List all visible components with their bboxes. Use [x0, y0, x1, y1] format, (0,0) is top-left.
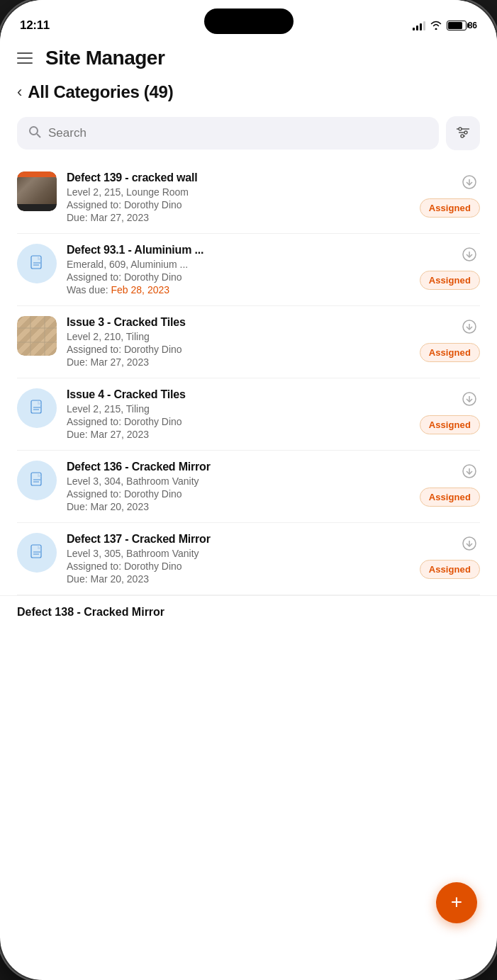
item-content-3: Issue 3 - Cracked Tiles Level 2, 210, Ti… [67, 316, 410, 368]
back-nav-title: All Categories (49) [28, 82, 173, 102]
status-badge: Assigned [420, 343, 480, 362]
item-thumbnail-4 [17, 388, 57, 428]
signal-bars-icon [413, 21, 425, 30]
list-item[interactable]: Issue 4 - Cracked Tiles Level 2, 215, Ti… [17, 378, 480, 451]
item-due: Due: Mar 20, 2023 [67, 573, 410, 585]
item-title: Issue 4 - Cracked Tiles [67, 388, 410, 401]
item-thumbnail-3 [17, 316, 57, 356]
item-assigned: Assigned to: Dorothy Dino [67, 561, 410, 572]
item-thumbnail-6 [17, 533, 57, 573]
download-button[interactable] [459, 461, 480, 482]
item-assigned: Assigned to: Dorothy Dino [67, 199, 410, 210]
item-content-6: Defect 137 - Cracked Mirror Level 3, 305… [67, 533, 410, 585]
download-button[interactable] [459, 388, 480, 410]
status-badge: Assigned [420, 488, 480, 507]
add-icon: + [451, 892, 462, 912]
item-due: Due: Mar 27, 2023 [67, 429, 410, 440]
item-actions-4: Assigned [420, 388, 480, 434]
partial-item-title: Defect 138 - Cracked Mirror [17, 606, 480, 619]
list-item[interactable]: Defect 93.1 - Aluminium ... Emerald, 609… [17, 234, 480, 306]
battery-level: 86 [468, 21, 477, 30]
status-badge: Assigned [420, 415, 480, 434]
item-thumbnail-2 [17, 244, 57, 283]
item-assigned: Assigned to: Dorothy Dino [67, 344, 410, 355]
svg-point-0 [30, 127, 38, 135]
item-assigned: Assigned to: Dorothy Dino [67, 416, 410, 427]
add-button[interactable]: + [436, 882, 477, 923]
item-title: Defect 139 - cracked wall [67, 171, 410, 184]
item-due: Due: Mar 27, 2023 [67, 356, 410, 368]
item-actions-3: Assigned [420, 316, 480, 362]
item-title: Defect 93.1 - Aluminium ... [67, 244, 410, 257]
list-item[interactable]: Defect 137 - Cracked Mirror Level 3, 305… [17, 523, 480, 595]
item-thumbnail-5 [17, 461, 57, 500]
back-navigation[interactable]: ‹ All Categories (49) [0, 78, 497, 112]
thumbnail-doc-5 [17, 461, 57, 500]
thumbnail-tiles-3 [17, 316, 57, 356]
item-actions-2: Assigned [420, 244, 480, 290]
list-item[interactable]: Defect 136 - Cracked Mirror Level 3, 304… [17, 451, 480, 523]
search-area [0, 112, 497, 162]
filter-icon [455, 125, 471, 142]
dynamic-island [204, 9, 294, 34]
svg-rect-27 [31, 545, 41, 558]
svg-rect-10 [31, 256, 41, 269]
item-content-4: Issue 4 - Cracked Tiles Level 2, 215, Ti… [67, 388, 410, 440]
item-location: Emerald, 609, Aluminium ... [67, 259, 410, 270]
item-due: Due: Mar 27, 2023 [67, 212, 410, 223]
wifi-icon [430, 20, 442, 32]
partial-list-item[interactable]: Defect 138 - Cracked Mirror [0, 595, 497, 619]
thumbnail-doc-6 [17, 533, 57, 573]
download-button[interactable] [459, 533, 480, 554]
phone-screen: 12:11 [0, 0, 497, 980]
status-badge: Assigned [420, 560, 480, 579]
search-icon [28, 125, 41, 141]
status-time: 12:11 [20, 18, 50, 33]
item-location: Level 2, 215, Lounge Room [67, 186, 410, 198]
item-due: Was due: Feb 28, 2023 [67, 284, 410, 295]
item-title: Defect 136 - Cracked Mirror [67, 461, 410, 473]
item-thumbnail-1 [17, 171, 57, 211]
phone-frame: 12:11 [0, 0, 497, 980]
menu-button[interactable] [17, 52, 33, 64]
svg-line-1 [37, 134, 40, 137]
svg-point-5 [459, 128, 462, 130]
list-item[interactable]: Issue 3 - Cracked Tiles Level 2, 210, Ti… [17, 306, 480, 378]
svg-point-7 [461, 135, 464, 137]
item-content-2: Defect 93.1 - Aluminium ... Emerald, 609… [67, 244, 410, 295]
search-wrapper[interactable] [17, 117, 439, 150]
app-header: Site Manager [0, 41, 497, 78]
item-content-1: Defect 139 - cracked wall Level 2, 215, … [67, 171, 410, 223]
download-button[interactable] [459, 316, 480, 337]
item-location: Level 3, 305, Bathroom Vanity [67, 548, 410, 559]
thumbnail-doc-4 [17, 388, 57, 428]
app-title: Site Manager [45, 47, 164, 69]
back-chevron-icon: ‹ [17, 84, 22, 100]
status-badge: Assigned [420, 198, 480, 218]
item-assigned: Assigned to: Dorothy Dino [67, 271, 410, 283]
list-item[interactable]: Defect 139 - cracked wall Level 2, 215, … [17, 162, 480, 234]
thumbnail-doc-2 [17, 244, 57, 283]
item-location: Level 3, 304, Bathroom Vanity [67, 475, 410, 487]
item-actions-5: Assigned [420, 461, 480, 507]
download-button[interactable] [459, 171, 480, 193]
item-assigned: Assigned to: Dorothy Dino [67, 488, 410, 500]
search-input[interactable] [48, 126, 428, 140]
status-icons: 86 [413, 20, 477, 32]
item-location: Level 2, 215, Tiling [67, 403, 410, 415]
filter-button[interactable] [446, 116, 480, 150]
status-badge: Assigned [420, 271, 480, 290]
item-title: Issue 3 - Cracked Tiles [67, 316, 410, 329]
svg-rect-22 [31, 473, 41, 485]
svg-rect-17 [31, 400, 41, 413]
svg-point-6 [464, 131, 467, 134]
thumbnail-image-cracked-wall [17, 171, 57, 211]
item-actions-1: Assigned [420, 171, 480, 218]
item-due: Due: Mar 20, 2023 [67, 501, 410, 512]
items-list: Defect 139 - cracked wall Level 2, 215, … [0, 162, 497, 595]
battery-icon: 86 [447, 21, 477, 30]
item-title: Defect 137 - Cracked Mirror [67, 533, 410, 546]
status-bar: 12:11 [0, 0, 497, 41]
item-content-5: Defect 136 - Cracked Mirror Level 3, 304… [67, 461, 410, 512]
download-button[interactable] [459, 244, 480, 265]
